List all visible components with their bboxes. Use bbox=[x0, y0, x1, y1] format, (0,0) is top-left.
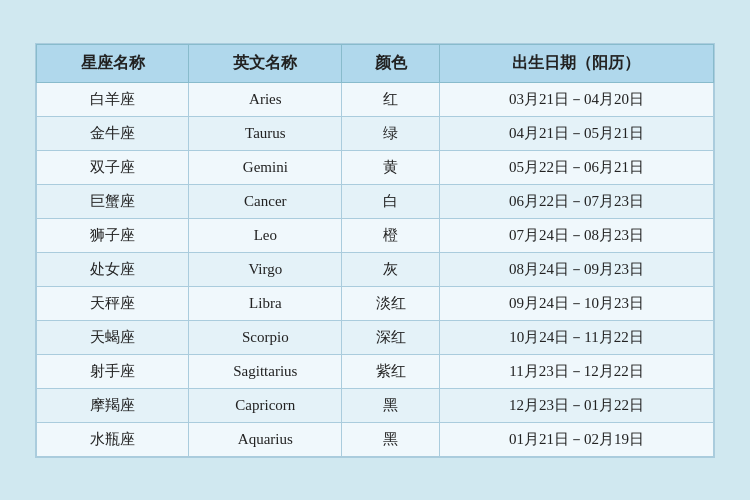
table-row: 水瓶座Aquarius黑01月21日－02月19日 bbox=[37, 422, 714, 456]
header-color: 颜色 bbox=[342, 44, 440, 82]
cell-chinese-name: 天秤座 bbox=[37, 286, 189, 320]
table-row: 天蝎座Scorpio深红10月24日－11月22日 bbox=[37, 320, 714, 354]
table-body: 白羊座Aries红03月21日－04月20日金牛座Taurus绿04月21日－0… bbox=[37, 82, 714, 456]
cell-color: 白 bbox=[342, 184, 440, 218]
header-chinese-name: 星座名称 bbox=[37, 44, 189, 82]
cell-english-name: Sagittarius bbox=[189, 354, 342, 388]
cell-english-name: Gemini bbox=[189, 150, 342, 184]
header-english-name: 英文名称 bbox=[189, 44, 342, 82]
cell-dates: 12月23日－01月22日 bbox=[439, 388, 713, 422]
cell-english-name: Aquarius bbox=[189, 422, 342, 456]
header-dates: 出生日期（阳历） bbox=[439, 44, 713, 82]
cell-english-name: Cancer bbox=[189, 184, 342, 218]
cell-dates: 04月21日－05月21日 bbox=[439, 116, 713, 150]
cell-chinese-name: 射手座 bbox=[37, 354, 189, 388]
cell-color: 黑 bbox=[342, 388, 440, 422]
cell-color: 橙 bbox=[342, 218, 440, 252]
cell-dates: 09月24日－10月23日 bbox=[439, 286, 713, 320]
cell-color: 深红 bbox=[342, 320, 440, 354]
cell-english-name: Capricorn bbox=[189, 388, 342, 422]
cell-color: 紫红 bbox=[342, 354, 440, 388]
table-row: 双子座Gemini黄05月22日－06月21日 bbox=[37, 150, 714, 184]
cell-color: 灰 bbox=[342, 252, 440, 286]
cell-chinese-name: 金牛座 bbox=[37, 116, 189, 150]
cell-chinese-name: 水瓶座 bbox=[37, 422, 189, 456]
cell-color: 淡红 bbox=[342, 286, 440, 320]
cell-dates: 01月21日－02月19日 bbox=[439, 422, 713, 456]
cell-english-name: Libra bbox=[189, 286, 342, 320]
cell-dates: 10月24日－11月22日 bbox=[439, 320, 713, 354]
cell-dates: 05月22日－06月21日 bbox=[439, 150, 713, 184]
cell-chinese-name: 狮子座 bbox=[37, 218, 189, 252]
cell-dates: 08月24日－09月23日 bbox=[439, 252, 713, 286]
table-row: 巨蟹座Cancer白06月22日－07月23日 bbox=[37, 184, 714, 218]
cell-color: 黄 bbox=[342, 150, 440, 184]
table-row: 处女座Virgo灰08月24日－09月23日 bbox=[37, 252, 714, 286]
cell-color: 绿 bbox=[342, 116, 440, 150]
cell-dates: 06月22日－07月23日 bbox=[439, 184, 713, 218]
table-row: 天秤座Libra淡红09月24日－10月23日 bbox=[37, 286, 714, 320]
table-row: 狮子座Leo橙07月24日－08月23日 bbox=[37, 218, 714, 252]
cell-chinese-name: 天蝎座 bbox=[37, 320, 189, 354]
cell-color: 黑 bbox=[342, 422, 440, 456]
cell-english-name: Aries bbox=[189, 82, 342, 116]
cell-chinese-name: 白羊座 bbox=[37, 82, 189, 116]
table-row: 射手座Sagittarius紫红11月23日－12月22日 bbox=[37, 354, 714, 388]
table-row: 金牛座Taurus绿04月21日－05月21日 bbox=[37, 116, 714, 150]
zodiac-table-container: 星座名称 英文名称 颜色 出生日期（阳历） 白羊座Aries红03月21日－04… bbox=[35, 43, 715, 458]
table-row: 摩羯座Capricorn黑12月23日－01月22日 bbox=[37, 388, 714, 422]
cell-english-name: Virgo bbox=[189, 252, 342, 286]
table-header-row: 星座名称 英文名称 颜色 出生日期（阳历） bbox=[37, 44, 714, 82]
zodiac-table: 星座名称 英文名称 颜色 出生日期（阳历） 白羊座Aries红03月21日－04… bbox=[36, 44, 714, 457]
cell-color: 红 bbox=[342, 82, 440, 116]
cell-chinese-name: 处女座 bbox=[37, 252, 189, 286]
cell-english-name: Leo bbox=[189, 218, 342, 252]
cell-dates: 03月21日－04月20日 bbox=[439, 82, 713, 116]
cell-chinese-name: 巨蟹座 bbox=[37, 184, 189, 218]
cell-dates: 07月24日－08月23日 bbox=[439, 218, 713, 252]
cell-chinese-name: 摩羯座 bbox=[37, 388, 189, 422]
table-row: 白羊座Aries红03月21日－04月20日 bbox=[37, 82, 714, 116]
cell-dates: 11月23日－12月22日 bbox=[439, 354, 713, 388]
cell-chinese-name: 双子座 bbox=[37, 150, 189, 184]
cell-english-name: Scorpio bbox=[189, 320, 342, 354]
cell-english-name: Taurus bbox=[189, 116, 342, 150]
